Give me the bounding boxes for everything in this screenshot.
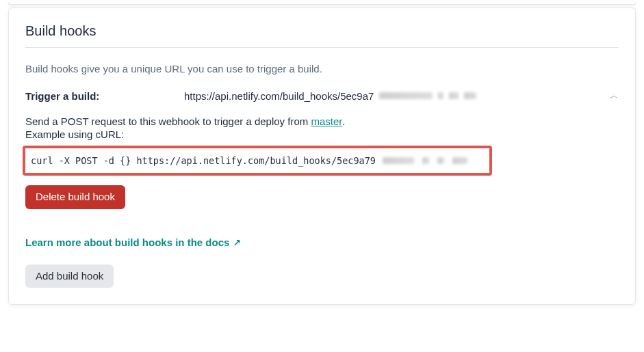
example-label: Example using cURL:	[25, 128, 619, 140]
redacted-segment	[464, 92, 476, 99]
chevron-up-icon[interactable]: ︿	[610, 90, 619, 102]
branch-link[interactable]: master	[311, 116, 342, 127]
build-hooks-card: Build hooks Build hooks give you a uniqu…	[8, 8, 636, 305]
redacted-segment	[449, 92, 459, 99]
docs-link-text: Learn more about build hooks in the docs	[25, 236, 229, 248]
send-post-instruction: Send a POST request to this webhook to t…	[25, 116, 619, 127]
add-build-hook-button[interactable]: Add build hook	[25, 265, 114, 288]
redacted-segment	[383, 157, 414, 164]
redacted-segment	[422, 157, 429, 164]
external-link-icon: ↗	[233, 237, 241, 247]
curl-highlight-box: curl -X POST -d {} https://api.netlify.c…	[23, 146, 492, 176]
redacted-segment	[437, 157, 444, 164]
send-suffix: .	[342, 116, 345, 127]
card-title: Build hooks	[25, 23, 619, 48]
send-prefix: Send a POST request to this webhook to t…	[25, 116, 311, 127]
trigger-row: Trigger a build: https://api.netlify.com…	[25, 90, 619, 102]
docs-link[interactable]: Learn more about build hooks in the docs…	[25, 236, 241, 248]
curl-command[interactable]: curl -X POST -d {} https://api.netlify.c…	[31, 155, 376, 166]
redacted-segment	[379, 92, 433, 99]
redacted-segment	[452, 157, 467, 164]
trigger-url-text: https://api.netlify.com/build_hooks/5ec9…	[184, 90, 374, 102]
redacted-segment	[438, 92, 443, 99]
delete-build-hook-button[interactable]: Delete build hook	[25, 185, 125, 209]
curl-redacted	[383, 157, 467, 164]
card-description: Build hooks give you a unique URL you ca…	[25, 63, 619, 75]
trigger-url[interactable]: https://api.netlify.com/build_hooks/5ec9…	[184, 90, 476, 102]
previous-card-edge	[8, 2, 636, 5]
trigger-label: Trigger a build:	[25, 90, 184, 102]
